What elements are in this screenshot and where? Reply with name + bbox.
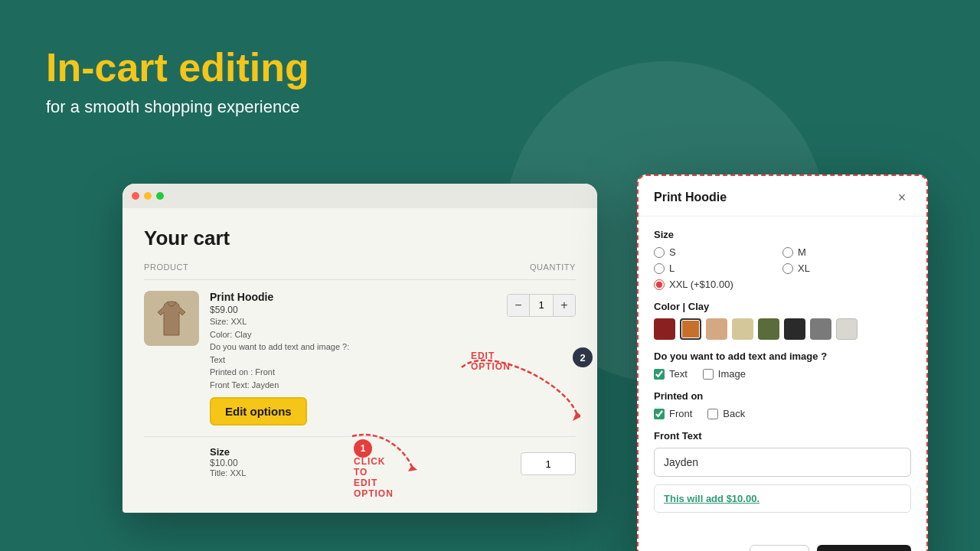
item-2-name: Size — [210, 446, 496, 458]
step2-badge: 2 — [573, 347, 593, 367]
color-swatch-gray[interactable] — [810, 318, 831, 340]
size-xxl[interactable]: XXL (+$10.00) — [654, 279, 911, 290]
front-text-label: Front Text — [654, 430, 911, 442]
hero-section: In-cart editing for a smooth shopping ex… — [46, 46, 309, 117]
qty-increment-1[interactable]: + — [554, 294, 575, 317]
size-radio-group: S M L XL XXL (+$10.00) — [654, 246, 911, 290]
product-image — [144, 291, 199, 346]
browser-dot-green — [156, 192, 164, 200]
save-changes-button[interactable]: Save changes — [817, 545, 911, 551]
add-text-image-label: Do you want to add text and image ? — [654, 350, 911, 362]
browser-dot-red — [132, 192, 139, 200]
modal-footer: Cancel Save changes — [639, 536, 926, 551]
quantity-col-header: QUANTITY — [530, 262, 576, 272]
cancel-button[interactable]: Cancel — [750, 545, 809, 551]
printed-on-label: Printed on — [654, 390, 911, 402]
qty-stepper-1[interactable]: − 1 + — [507, 294, 576, 317]
item-1-price: $59.00 — [210, 305, 496, 315]
modal-body: Size S M L XL XXL (+$10.00) Color | Clay — [639, 217, 926, 536]
cart-title: Your cart — [144, 227, 576, 250]
back-checkbox-label: Back — [723, 408, 745, 419]
step2-badge-overlay: 2 — [573, 347, 593, 367]
cart-item-1: Print Hoodie $59.00 Size: XXL Color: Cla… — [144, 291, 576, 425]
color-swatch-darkred[interactable] — [654, 318, 675, 340]
text-checkbox[interactable]: Text — [654, 368, 688, 380]
step1-area: 1 — [354, 439, 372, 458]
size-xl[interactable]: XL — [782, 262, 911, 274]
front-checkbox-label: Front — [669, 408, 692, 419]
color-swatch-tan[interactable] — [706, 318, 727, 340]
printed-on-checkboxes: Front Back — [654, 408, 911, 419]
item-1-qty-area: − 1 + — [507, 291, 576, 425]
modal-dialog: Print Hoodie × Size S M L XL XXL (+$10.0… — [637, 174, 928, 551]
browser-dot-yellow — [144, 192, 152, 200]
hero-subtitle: for a smooth shopping experience — [46, 97, 309, 117]
image-checkbox-label: Image — [718, 368, 746, 380]
size-label: Size — [654, 229, 911, 240]
step1-badge: 1 — [354, 439, 372, 458]
item-1-details: Size: XXL Color: Clay Do you want to add… — [210, 315, 496, 391]
color-swatch-olive[interactable] — [758, 318, 779, 340]
hero-title: In-cart editing — [46, 46, 309, 90]
qty-box-2: 1 — [521, 452, 576, 475]
item-2-qty-area: 1 — [507, 446, 576, 478]
modal-title: Print Hoodie — [654, 191, 727, 204]
modal-close-button[interactable]: × — [893, 188, 911, 207]
color-swatches — [654, 318, 911, 340]
edit-options-button[interactable]: Edit options — [210, 397, 307, 425]
front-text-input[interactable] — [654, 448, 911, 477]
modal-header: Print Hoodie × — [639, 176, 926, 217]
item-2-details: Title: XXL — [210, 468, 496, 478]
item-1-name: Print Hoodie — [210, 291, 496, 303]
text-image-checkboxes: Text Image — [654, 368, 911, 380]
qty-value-1: 1 — [529, 294, 554, 317]
color-swatch-black[interactable] — [784, 318, 805, 340]
color-swatch-light[interactable] — [836, 318, 858, 340]
info-box: This will add $10.00. — [654, 484, 911, 513]
size-s[interactable]: S — [654, 246, 782, 258]
back-checkbox[interactable]: Back — [707, 408, 745, 419]
image-checkbox[interactable]: Image — [703, 368, 746, 380]
color-label: Color | Clay — [654, 301, 911, 312]
size-m[interactable]: M — [782, 246, 911, 258]
color-swatch-sand[interactable] — [732, 318, 753, 340]
info-price: $10.00 — [727, 493, 757, 504]
item-2-price: $10.00 — [210, 458, 496, 468]
size-l[interactable]: L — [654, 262, 782, 274]
qty-decrement-1[interactable]: − — [508, 294, 529, 317]
info-text: This will add $10.00. — [664, 493, 760, 504]
color-swatch-clay[interactable] — [680, 318, 701, 340]
text-checkbox-label: Text — [669, 368, 688, 380]
browser-bar — [122, 184, 597, 208]
cart-table-header: PRODUCT QUANTITY — [144, 262, 576, 280]
product-col-header: PRODUCT — [144, 262, 188, 272]
front-checkbox[interactable]: Front — [654, 408, 692, 419]
